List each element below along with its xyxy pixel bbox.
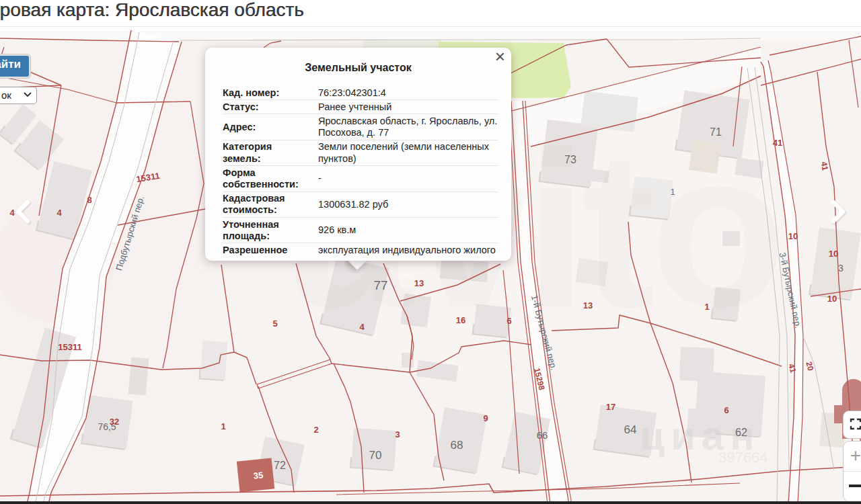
- svg-text:1: 1: [704, 302, 709, 312]
- svg-text:1: 1: [670, 187, 675, 197]
- svg-text:77: 77: [373, 278, 387, 292]
- svg-text:397664: 397664: [718, 449, 768, 466]
- svg-text:64: 64: [624, 423, 637, 436]
- svg-text:13: 13: [414, 278, 424, 288]
- svg-text:70: 70: [369, 449, 382, 462]
- svg-text:17: 17: [606, 402, 615, 412]
- svg-text:1: 1: [221, 421, 225, 431]
- svg-text:13: 13: [583, 300, 593, 310]
- svg-text:6: 6: [507, 316, 511, 326]
- svg-text:41: 41: [819, 161, 830, 171]
- svg-text:68: 68: [451, 439, 463, 452]
- svg-text:4: 4: [9, 208, 15, 218]
- svg-text:66: 66: [537, 429, 548, 441]
- svg-text:8: 8: [87, 195, 91, 205]
- svg-text:16: 16: [456, 315, 465, 325]
- svg-text:10: 10: [827, 294, 837, 304]
- svg-text:73: 73: [564, 154, 576, 165]
- svg-text:72: 72: [274, 460, 286, 471]
- svg-text:6: 6: [724, 405, 728, 415]
- svg-text:10: 10: [829, 249, 838, 259]
- svg-text:41: 41: [773, 138, 782, 148]
- svg-text:2: 2: [313, 425, 318, 435]
- svg-text:62: 62: [735, 427, 747, 438]
- svg-text:15311: 15311: [58, 342, 81, 352]
- svg-text:4: 4: [359, 322, 365, 332]
- svg-text:32: 32: [110, 417, 119, 427]
- svg-text:9: 9: [483, 413, 488, 423]
- svg-text:10: 10: [788, 231, 798, 241]
- svg-text:3: 3: [395, 429, 400, 439]
- svg-text:71: 71: [710, 126, 722, 138]
- svg-text:3: 3: [838, 263, 844, 274]
- svg-text:35: 35: [253, 470, 264, 480]
- svg-text:5: 5: [272, 319, 277, 329]
- svg-text:4: 4: [57, 208, 62, 218]
